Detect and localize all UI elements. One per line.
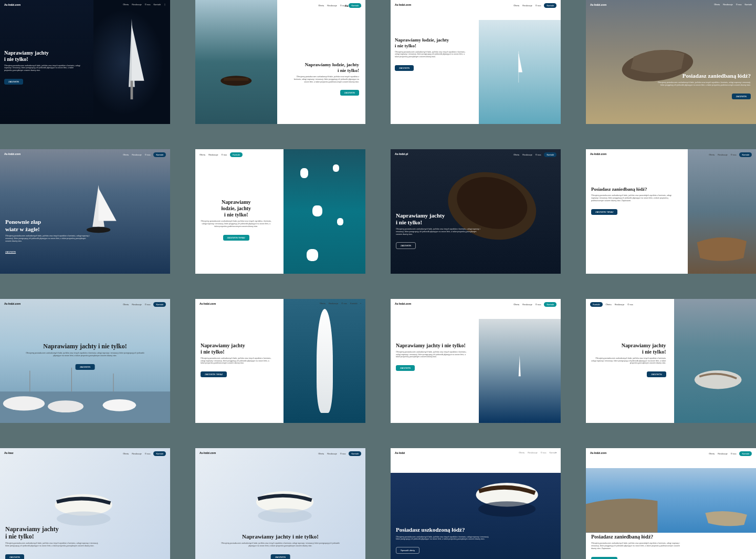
- cta-button[interactable]: ZADZWOŃ: [271, 554, 290, 559]
- headline: Naprawiamy jachty i nie tylko!: [396, 343, 467, 349]
- nav-link[interactable]: O nas: [536, 153, 541, 156]
- nav-link[interactable]: Oferta: [709, 452, 715, 455]
- cta-nav-button[interactable]: Kontakt: [739, 451, 752, 456]
- hero-content: Naprawiamy jachty i nie tylko! Oferujemy…: [201, 343, 272, 378]
- cta-button[interactable]: ZADZWOŃ: [396, 365, 415, 371]
- body-text: Oferujemy posiadaczom uszkodzonych łodzi…: [396, 228, 481, 236]
- headline: Naprawiamy jachty i nie tylko!: [26, 343, 145, 350]
- nav-link[interactable]: Realizacje: [132, 452, 141, 455]
- cta-nav-button[interactable]: Kontakt: [739, 152, 752, 157]
- logo: As-łodzi.com: [200, 451, 216, 454]
- cta-button[interactable]: ZADZWOŃ TERAZ: [201, 371, 227, 377]
- nav-link[interactable]: Realizacje: [327, 452, 337, 455]
- hero-content: Naprawiamy łodzie, jachty i nie tylko! O…: [195, 199, 277, 241]
- nav-link[interactable]: Oferta: [714, 3, 720, 6]
- nav-link[interactable]: Oferta: [200, 153, 205, 156]
- mockup-gallery: As-łodzi.com Oferta Realizacje O nas Kon…: [0, 0, 756, 559]
- cta-button[interactable]: ZADZWOŃ: [395, 65, 414, 71]
- nav-link[interactable]: Oferta: [513, 4, 519, 7]
- nav-link[interactable]: O nas: [222, 153, 227, 156]
- nav-link[interactable]: Oferta: [318, 4, 324, 7]
- headline: Naprawiamy łodzie, jachty i nie tylko!: [395, 37, 466, 49]
- body-text: Oferujemy posiadaczom uszkodzonych łodzi…: [26, 352, 145, 357]
- nav-link[interactable]: O nas: [145, 452, 151, 455]
- cta-nav-button[interactable]: Kontakt: [153, 152, 166, 157]
- cta-nav-button[interactable]: Kontakt: [544, 152, 556, 157]
- cta-nav-button[interactable]: Kontakt: [544, 302, 556, 307]
- nav-link[interactable]: Kontakt: [350, 302, 358, 305]
- nav-link[interactable]: Realizacje: [522, 4, 532, 7]
- nav-link[interactable]: O nas: [145, 303, 151, 306]
- nav-link[interactable]: Realizacje: [718, 153, 727, 156]
- nav-link[interactable]: O nas: [736, 3, 742, 6]
- nav-link[interactable]: Realizacje: [522, 303, 532, 306]
- nav-link[interactable]: O nas: [340, 4, 346, 7]
- cta-button[interactable]: ZADZWOŃ: [647, 371, 666, 377]
- nav-link[interactable]: Oferta: [123, 452, 129, 455]
- headline: Posiadasz zaniedbaną łódź?: [591, 534, 685, 540]
- nav-link[interactable]: Oferta: [123, 3, 129, 6]
- top-nav: Oferta Realizacje O nas Kontakt: [123, 302, 166, 307]
- cta-nav-button[interactable]: Kontakt: [544, 3, 556, 8]
- nav-link[interactable]: Oferta: [123, 153, 129, 156]
- nav-link[interactable]: Realizacje: [615, 303, 624, 306]
- nav-link[interactable]: Realizacje: [522, 153, 532, 156]
- menu-icon[interactable]: ⋮: [164, 3, 166, 6]
- nav-link[interactable]: Realizacje: [327, 4, 337, 7]
- nav-link[interactable]: Realizacje: [723, 3, 732, 6]
- facebook-icon[interactable]: ▪: [361, 302, 361, 305]
- nav-link[interactable]: Realizacje: [132, 153, 141, 156]
- cta-button[interactable]: ZADZWOŃ TERAZ: [591, 209, 617, 215]
- body-text: Oferujemy posiadaczom uszkodzonych łodzi…: [201, 220, 272, 228]
- nav-link[interactable]: Oferta: [709, 153, 715, 156]
- nav-link[interactable]: Realizacje: [132, 303, 141, 306]
- nav-link[interactable]: Realizacje: [132, 3, 141, 6]
- cta-button[interactable]: ZADZWOŃ TERAZ: [223, 235, 249, 241]
- cta-nav-button[interactable]: Kontakt: [349, 3, 361, 8]
- cta-link[interactable]: ZADZWOŃ: [5, 251, 16, 253]
- nav-link[interactable]: O nas: [731, 452, 737, 455]
- svg-point-20: [478, 502, 536, 517]
- nav-link[interactable]: O nas: [145, 3, 151, 6]
- nav-link[interactable]: Oferta: [123, 303, 129, 306]
- nav-link[interactable]: O nas: [541, 451, 547, 454]
- nav-link[interactable]: O nas: [536, 4, 541, 7]
- nav-link[interactable]: Realizacje: [329, 302, 338, 305]
- nav-link[interactable]: O nas: [340, 452, 346, 455]
- nav-link[interactable]: O nas: [536, 303, 541, 306]
- hero-content: Naprawiamy jachty i nie tylko! Oferujemy…: [4, 50, 81, 85]
- cta-nav-button[interactable]: Kontakt: [153, 451, 166, 456]
- cta-nav-button[interactable]: Kontakt: [349, 451, 361, 456]
- body-text: Oferujemy posiadaczom uszkodzonych łodzi…: [4, 65, 81, 73]
- cta-button[interactable]: ZADZWOŃ: [396, 242, 416, 249]
- nav-link[interactable]: Oferta: [318, 452, 324, 455]
- nav-link[interactable]: O nas: [145, 153, 151, 156]
- nav-link[interactable]: Kontakt: [744, 3, 752, 6]
- nav-link[interactable]: Oferta: [513, 303, 519, 306]
- body-text: Oferujemy posiadaczom uszkodzonych łodzi…: [591, 542, 685, 550]
- cta-button[interactable]: ZADZWOŃ: [5, 554, 24, 559]
- logo: As-łodzi.com: [590, 451, 606, 454]
- cta-button[interactable]: ZADZWOŃ TERAZ: [591, 557, 617, 559]
- nav-link[interactable]: O nas: [731, 153, 737, 156]
- nav-link[interactable]: Oferta: [606, 303, 612, 306]
- cta-nav-button[interactable]: Kontakt: [153, 302, 166, 307]
- cta-button[interactable]: Sprawdź ofertę: [396, 547, 419, 554]
- nav-link[interactable]: O nas: [627, 303, 633, 306]
- nav-link[interactable]: Kontakt: [153, 3, 161, 6]
- nav-link[interactable]: Oferta: [320, 302, 326, 305]
- cta-nav-button[interactable]: Kontakt: [230, 152, 243, 157]
- nav-link[interactable]: Oferta: [519, 451, 524, 454]
- cta-button[interactable]: ZADZWOŃ: [4, 79, 23, 85]
- hero-image: [479, 20, 561, 125]
- nav-link[interactable]: Kontakt: [549, 451, 556, 454]
- cta-nav-button[interactable]: Kontakt: [590, 302, 603, 307]
- cta-button[interactable]: ZADZWOŃ: [76, 364, 94, 370]
- nav-link[interactable]: O nas: [341, 302, 347, 305]
- nav-link[interactable]: Realizacje: [528, 451, 537, 454]
- nav-link[interactable]: Oferta: [513, 153, 519, 156]
- nav-link[interactable]: Realizacje: [208, 153, 218, 156]
- nav-link[interactable]: Realizacje: [718, 452, 727, 455]
- cta-button[interactable]: ZADZWOŃ: [340, 90, 359, 96]
- cta-button[interactable]: ZADZWOŃ: [732, 94, 751, 99]
